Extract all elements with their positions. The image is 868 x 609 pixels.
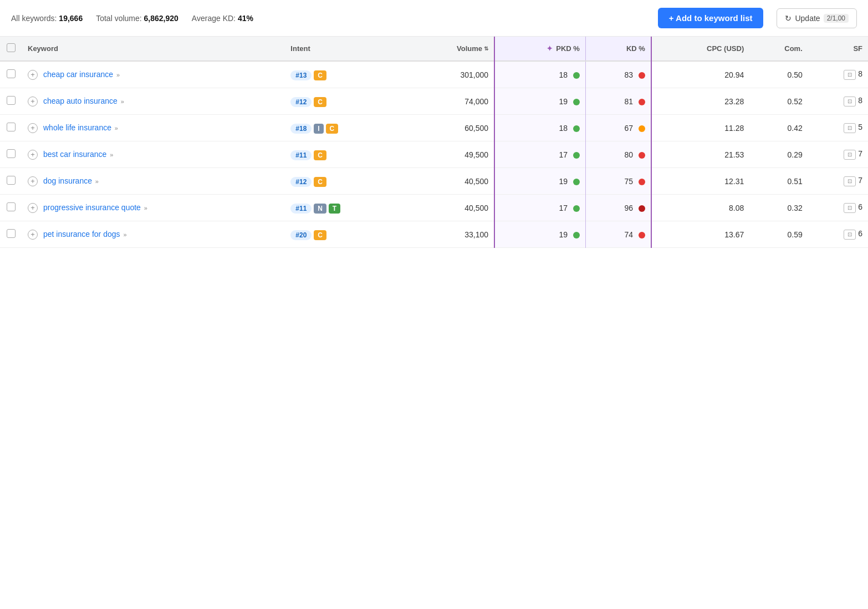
intent-badge: C [314,70,326,80]
stats-group: All keywords: 19,666 Total volume: 6,862… [11,14,645,23]
keyword-add-icon[interactable]: + [28,150,38,160]
sf-icon: ⊡ [844,97,856,106]
row-checkbox-cell [0,168,22,195]
row-checkbox[interactable] [7,149,16,158]
com-cell: 0.51 [749,168,808,195]
kd-cell: 83 [585,61,651,88]
keyword-add-icon[interactable]: + [28,203,38,213]
keyword-add-icon[interactable]: + [28,97,38,106]
select-all-checkbox[interactable] [7,43,16,52]
keyword-chevron-icon: » [144,205,147,211]
header-sf: SF [808,37,868,61]
table-row: + cheap auto insurance » #12 C 74,00019 … [0,88,868,115]
header-checkbox-cell [0,37,22,61]
rank-badge: #11 [290,204,312,214]
rank-badge: #11 [290,150,312,160]
sf-cell: ⊡8 [808,61,868,88]
cpc-cell: 13.67 [651,221,749,248]
table-row: + dog insurance » #12 C 40,50019 75 12.3… [0,168,868,195]
rank-badge: #20 [290,230,312,240]
keyword-cell: + whole life insurance » [22,115,285,141]
keyword-cell: + dog insurance » [22,168,285,195]
kd-cell: 67 [585,115,651,141]
update-count-badge: 2/1,00 [824,14,849,23]
cpc-cell: 21.53 [651,141,749,168]
sort-icon: ⇅ [484,45,488,52]
intent-badge: I [314,124,323,134]
keyword-link[interactable]: whole life insurance [43,123,111,132]
row-checkbox-cell [0,61,22,88]
sf-icon: ⊡ [844,203,856,213]
kd-cell: 74 [585,221,651,248]
keyword-link[interactable]: dog insurance [43,176,92,185]
keyword-link[interactable]: progressive insurance quote [43,203,141,212]
kd-dot [639,205,645,212]
row-checkbox[interactable] [7,96,16,105]
row-checkbox[interactable] [7,229,16,238]
header-cpc: CPC (USD) [651,37,749,61]
keyword-link[interactable]: pet insurance for dogs [43,230,120,238]
pkd-cell: 19 [494,221,585,248]
keyword-add-icon[interactable]: + [28,176,38,186]
keyword-chevron-icon: » [121,98,124,105]
intent-cell: #20 C [285,221,407,248]
sf-cell: ⊡7 [808,141,868,168]
intent-badge: N [314,204,326,214]
volume-cell: 33,100 [407,221,494,248]
sf-icon: ⊡ [844,176,856,186]
pkd-dot [573,99,580,105]
keyword-link[interactable]: cheap car insurance [43,70,113,79]
table-row: + progressive insurance quote » #11 N T … [0,195,868,221]
pkd-cell: 17 [494,141,585,168]
intent-cell: #18 I C [285,115,407,141]
pkd-cell: 18 [494,115,585,141]
keyword-add-icon[interactable]: + [28,230,38,240]
intent-badge: C [314,150,326,160]
row-checkbox[interactable] [7,123,16,131]
header-keyword: Keyword [22,37,285,61]
com-cell: 0.42 [749,115,808,141]
cpc-cell: 11.28 [651,115,749,141]
row-checkbox-cell [0,195,22,221]
sf-icon: ⊡ [844,123,856,133]
keyword-add-icon[interactable]: + [28,70,38,80]
intent-cell: #13 C [285,61,407,88]
header-com: Com. [749,37,808,61]
cpc-cell: 8.08 [651,195,749,221]
all-keywords-stat: All keywords: 19,666 [11,14,83,23]
keyword-chevron-icon: » [116,72,120,78]
keyword-chevron-icon: » [95,178,99,185]
pkd-dot [573,152,580,159]
kd-dot [639,125,645,132]
keyword-table-wrap: Keyword Intent Volume ⇅ ✦ PKD % KD % [0,37,868,248]
sf-icon: ⊡ [844,230,856,240]
header-volume[interactable]: Volume ⇅ [407,37,494,61]
keyword-chevron-icon: » [110,151,113,158]
keyword-chevron-icon: » [115,125,118,131]
intent-cell: #11 N T [285,195,407,221]
rank-badge: #12 [290,177,312,187]
keyword-table: Keyword Intent Volume ⇅ ✦ PKD % KD % [0,37,868,248]
table-row: + pet insurance for dogs » #20 C 33,1001… [0,221,868,248]
row-checkbox[interactable] [7,69,16,78]
add-to-keyword-list-button[interactable]: + Add to keyword list [658,8,764,28]
pkd-dot [573,179,580,185]
update-button[interactable]: ↻ Update 2/1,00 [777,8,857,28]
sf-cell: ⊡6 [808,221,868,248]
sf-cell: ⊡7 [808,168,868,195]
row-checkbox[interactable] [7,176,16,185]
sf-cell: ⊡5 [808,115,868,141]
header-pkd: ✦ PKD % [494,37,585,61]
kd-dot [639,232,645,238]
intent-badge: C [314,230,326,240]
row-checkbox[interactable] [7,202,16,211]
cpc-cell: 23.28 [651,88,749,115]
keyword-link[interactable]: best car insurance [43,150,106,159]
pkd-dot [573,125,580,132]
volume-cell: 301,000 [407,61,494,88]
keyword-link[interactable]: cheap auto insurance [43,97,118,105]
com-cell: 0.52 [749,88,808,115]
keyword-add-icon[interactable]: + [28,123,38,133]
pkd-dot [573,232,580,238]
pkd-cell: 17 [494,195,585,221]
